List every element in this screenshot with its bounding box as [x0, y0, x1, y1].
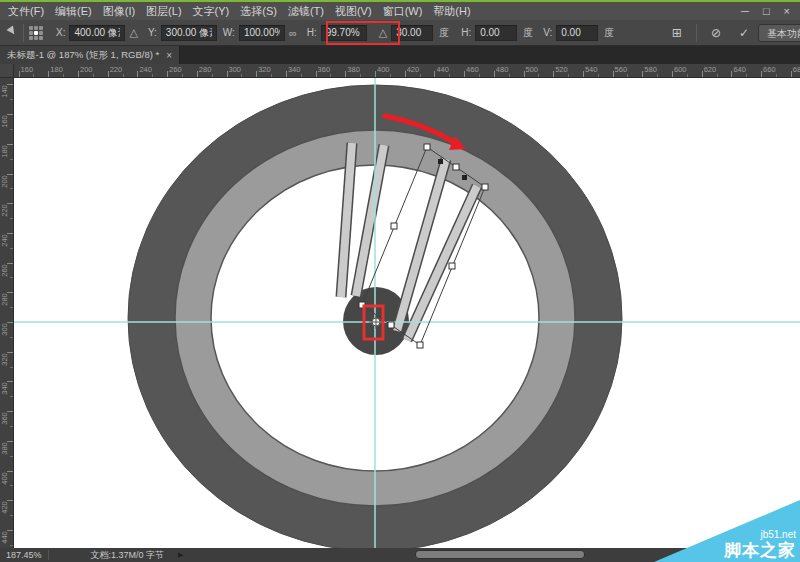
rotate-angle-icon: △	[379, 26, 387, 39]
w-label: W:	[223, 27, 235, 38]
menu-item[interactable]: 文字(Y)	[193, 4, 230, 19]
zoom-level-field[interactable]: 187.45%	[0, 550, 48, 560]
ruler-label: 220	[0, 202, 9, 220]
ruler-tick	[10, 159, 13, 160]
menu-bar: 文件(F)编辑(E)图像(I)图层(L)文字(Y)选择(S)滤镜(T)视图(V)…	[0, 0, 800, 20]
ruler-tick	[10, 337, 13, 338]
ruler-tick	[123, 74, 124, 77]
menu-item[interactable]: 窗口(W)	[383, 4, 423, 19]
ruler-tick	[345, 71, 346, 77]
reference-point-locator[interactable]	[29, 26, 43, 40]
close-button[interactable]: ×	[784, 6, 790, 17]
transform-options-bar: X: △ Y: W: ∞ H: △ 度 H: 度 V: 度 ⊞ ⊘ ✓ 基本功能	[0, 20, 800, 46]
ruler-label: 560	[615, 65, 628, 74]
menu-item[interactable]: 文件(F)	[8, 4, 44, 19]
menu-item[interactable]: 视图(V)	[335, 4, 372, 19]
hskew-input[interactable]	[475, 25, 517, 41]
menu-item[interactable]: 图层(L)	[146, 4, 181, 19]
x-input[interactable]	[69, 25, 125, 41]
document-canvas[interactable]	[14, 78, 800, 548]
menu-item[interactable]: 选择(S)	[240, 4, 277, 19]
document-tab[interactable]: 未标题-1 @ 187% (矩形 1, RGB/8) * ×	[0, 46, 180, 64]
ruler-label: 240	[139, 65, 152, 74]
separator	[48, 550, 49, 560]
photoshop-window: 文件(F)编辑(E)图像(I)图层(L)文字(Y)选择(S)滤镜(T)视图(V)…	[0, 0, 800, 562]
ruler-tick	[405, 71, 406, 77]
status-options-arrow[interactable]: ▶	[178, 551, 183, 559]
h-label: H:	[307, 27, 317, 38]
tab-bar: 未标题-1 @ 187% (矩形 1, RGB/8) * ×	[0, 46, 800, 64]
ruler-tick	[152, 74, 153, 77]
y-input[interactable]	[161, 25, 217, 41]
hskew-degree-label: 度	[523, 26, 533, 40]
ruler-tick	[479, 74, 480, 77]
menu-item[interactable]: 编辑(E)	[55, 4, 92, 19]
ruler-tick	[108, 71, 109, 77]
ruler-label: 380	[347, 65, 360, 74]
ruler-label: 180	[50, 65, 63, 74]
ruler-label: 320	[0, 350, 9, 368]
ruler-label: 620	[704, 65, 717, 74]
cancel-transform-icon[interactable]: ⊘	[711, 26, 721, 40]
ruler-tick	[553, 71, 554, 77]
window-controls: ─□×	[741, 6, 800, 17]
watermark-name: 脚本之家	[724, 541, 796, 560]
ruler-label: 200	[0, 172, 9, 190]
tab-close-icon[interactable]: ×	[166, 50, 172, 61]
vskew-label: V:	[543, 27, 552, 38]
ruler-tick	[761, 71, 762, 77]
menu-item[interactable]: 帮助(H)	[433, 4, 470, 19]
ruler-label: 460	[466, 65, 479, 74]
horizontal-ruler[interactable]: 1601802002202402602803003203403603804004…	[14, 64, 800, 78]
ruler-label: 160	[21, 65, 34, 74]
ruler-tick	[10, 277, 13, 278]
ruler-label: 360	[0, 410, 9, 428]
ruler-tick	[10, 396, 13, 397]
ruler-label: 360	[318, 65, 331, 74]
ruler-tick	[271, 74, 272, 77]
anchor-point	[438, 159, 443, 164]
ruler-tick	[360, 74, 361, 77]
ruler-label: 140	[0, 83, 9, 101]
rotation-input[interactable]	[391, 25, 433, 41]
vskew-degree-label: 度	[604, 26, 614, 40]
warp-mode-icon[interactable]: ⊞	[672, 26, 682, 40]
anchor-point	[462, 175, 467, 180]
horizontal-scrollbar-thumb[interactable]	[415, 550, 585, 559]
width-input[interactable]	[239, 25, 285, 41]
ruler-tick	[524, 71, 525, 77]
relative-position-icon[interactable]: △	[129, 26, 137, 39]
document-size-info: 文档:1.37M/0 字节	[91, 549, 165, 562]
maximize-button[interactable]: □	[763, 6, 770, 17]
ruler-tick	[10, 456, 13, 457]
ruler-label: 240	[0, 231, 9, 249]
ruler-tick	[93, 74, 94, 77]
document-tab-title: 未标题-1 @ 187% (矩形 1, RGB/8) *	[7, 49, 159, 62]
ruler-tick	[776, 74, 777, 77]
workspace-button[interactable]: 基本功能	[758, 24, 800, 42]
height-input[interactable]	[321, 25, 367, 41]
ruler-tick	[464, 71, 465, 77]
ruler-label: 440	[436, 65, 449, 74]
ruler-tick	[375, 71, 376, 77]
ruler-tick	[10, 545, 13, 546]
menu-item[interactable]: 滤镜(T)	[288, 4, 324, 19]
ruler-label: 200	[80, 65, 93, 74]
ruler-origin-corner[interactable]	[0, 64, 14, 78]
x-label: X:	[56, 27, 65, 38]
ruler-tick	[731, 71, 732, 77]
ruler-tick	[48, 71, 49, 77]
ruler-tick	[301, 74, 302, 77]
ruler-label: 400	[0, 469, 9, 487]
commit-transform-icon[interactable]: ✓	[739, 26, 749, 40]
ruler-tick	[10, 218, 13, 219]
ruler-tick	[10, 485, 13, 486]
menu-item[interactable]: 图像(I)	[103, 4, 135, 19]
vskew-input[interactable]	[556, 25, 598, 41]
link-dimensions-icon[interactable]: ∞	[289, 27, 297, 39]
vertical-ruler[interactable]: 1401601802002202402602803003203403603804…	[0, 78, 14, 548]
ruler-tick	[10, 515, 13, 516]
ruler-label: 340	[288, 65, 301, 74]
minimize-button[interactable]: ─	[741, 6, 749, 17]
ruler-label: 260	[0, 261, 9, 279]
